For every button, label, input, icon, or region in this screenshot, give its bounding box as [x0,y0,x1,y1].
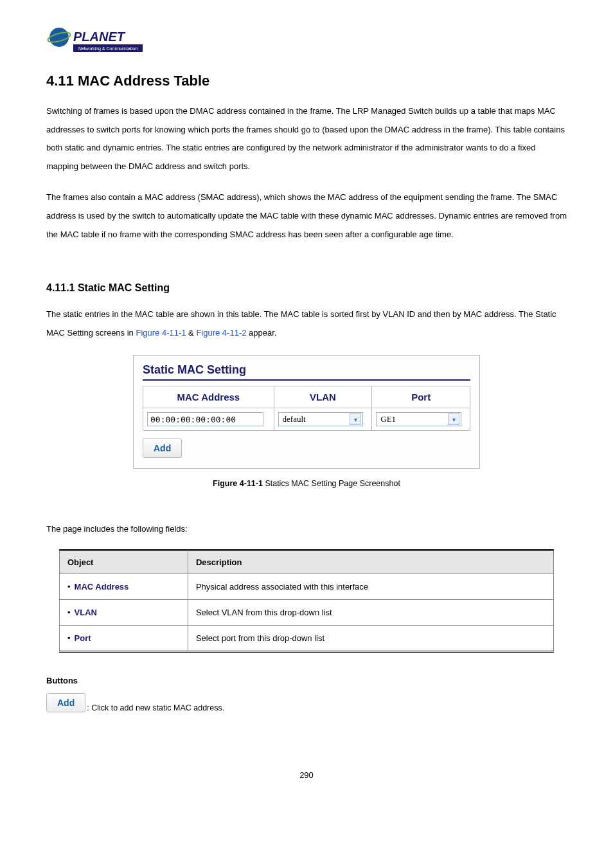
fields-head-object: Object [60,550,188,574]
button-description-row: Add : Click to add new static MAC addres… [46,693,567,712]
fields-description-table: Object Description •MAC Address Physical… [59,549,554,653]
subsection-heading: 4.11.1 Static MAC Setting [46,282,567,294]
page-number: 290 [46,770,567,780]
col-header-port: Port [372,386,470,408]
intro-post: appear. [246,328,276,338]
fields-head-desc: Description [188,550,553,574]
subsection-intro: The static entries in the MAC table are … [46,305,567,342]
figure-caption: Figure 4-11-1 Statics MAC Setting Page S… [46,479,567,488]
logo-brand-text: PLANET [73,30,126,44]
port-select-value: GE1 [380,414,396,424]
static-mac-setting-panel: Static MAC Setting MAC Address VLAN Port… [133,355,480,469]
add-button-sample[interactable]: Add [46,693,85,712]
figure-caption-label: Figure 4-11-1 [213,479,263,488]
mac-address-input[interactable] [147,412,263,426]
obj-desc: Select port from this drop-down list [188,625,553,651]
table-row: •MAC Address Physical address associated… [60,574,554,599]
col-header-vlan: VLAN [274,386,372,408]
figure-link-1[interactable]: Figure 4-11-1 [136,328,186,338]
intro-pre: The static entries in the MAC table are … [46,309,556,338]
paragraph-2: The frames also contain a MAC address (S… [46,188,567,244]
static-mac-form-table: MAC Address VLAN Port default ▾ GE1 [143,386,470,431]
intro-mid: & [186,328,197,338]
panel-title: Static MAC Setting [143,363,470,381]
section-heading: 4.11 MAC Address Table [46,73,567,89]
vlan-select[interactable]: default ▾ [278,412,364,426]
chevron-down-icon: ▾ [350,413,361,425]
obj-desc: Select VLAN from this drop-down list [188,599,553,625]
figure-link-2[interactable]: Figure 4-11-2 [196,328,246,338]
obj-label: VLAN [75,608,97,617]
col-header-mac: MAC Address [143,386,274,408]
fields-intro: The page includes the following fields: [46,520,567,539]
vlan-select-value: default [283,414,306,424]
obj-label: Port [75,633,91,643]
table-row: •Port Select port from this drop-down li… [60,625,554,651]
chevron-down-icon: ▾ [448,413,459,425]
obj-label: MAC Address [75,582,129,592]
add-button-desc: : Click to add new static MAC address. [87,703,224,712]
logo: PLANET Networking & Communication [46,26,567,61]
paragraph-1: Switching of frames is based upon the DM… [46,102,567,176]
buttons-heading: Buttons [46,676,567,685]
port-select[interactable]: GE1 ▾ [376,412,461,426]
logo-tagline-text: Networking & Communication [78,46,138,51]
obj-desc: Physical address associated with this in… [188,574,553,599]
table-row: •VLAN Select VLAN from this drop-down li… [60,599,554,625]
svg-point-0 [49,28,69,47]
planet-logo-icon: PLANET Networking & Communication [46,26,149,61]
figure-caption-text: Statics MAC Setting Page Screenshot [263,479,400,488]
add-button[interactable]: Add [143,439,182,458]
